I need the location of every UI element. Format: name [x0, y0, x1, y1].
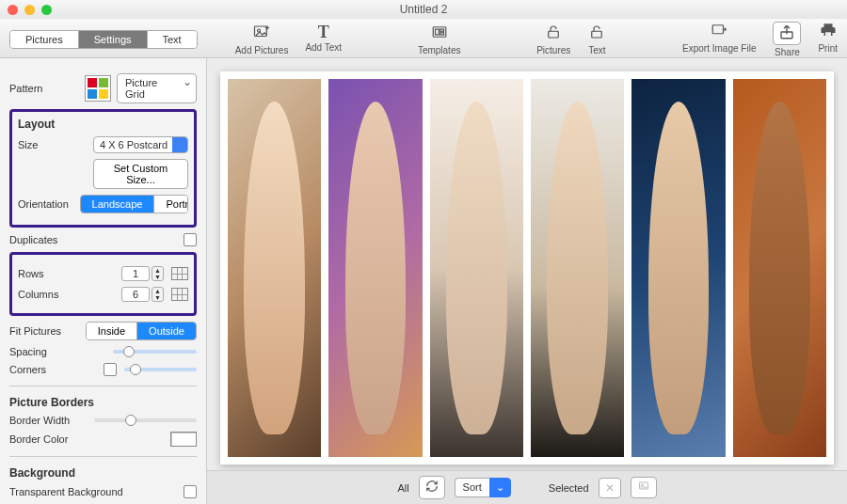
border-width-row: Border Width: [9, 415, 197, 426]
close-icon[interactable]: [8, 5, 18, 15]
picture-cell[interactable]: [531, 79, 624, 457]
canvas-area[interactable]: [207, 58, 847, 470]
orientation-segment: Landscape Portrait: [80, 195, 188, 213]
mode-tabs: Pictures Settings Text: [9, 30, 198, 49]
orientation-label: Orientation: [18, 198, 80, 210]
add-pictures-button[interactable]: Add Pictures: [235, 24, 289, 55]
tab-text[interactable]: Text: [148, 31, 197, 48]
toolbar: Pictures Settings Text Add Pictures T Ad…: [0, 19, 847, 58]
settings-sidebar: Pattern Picture Grid Layout Size 4 X 6 P…: [0, 58, 207, 504]
toolbar-label: Add Text: [305, 42, 342, 53]
minimize-icon[interactable]: [24, 5, 35, 15]
svg-rect-8: [713, 24, 724, 33]
size-select[interactable]: 4 X 6 Postcard: [93, 136, 188, 153]
sort-label: Sort: [455, 478, 489, 497]
refresh-button[interactable]: [419, 476, 445, 499]
pattern-label: Pattern: [9, 83, 85, 94]
image-icon: [637, 480, 650, 492]
fit-outside-button[interactable]: Outside: [137, 323, 196, 339]
orientation-portrait-button[interactable]: Portrait: [154, 196, 188, 213]
canvas: All Sort ⌄ Selected ✕: [207, 58, 847, 504]
picture-cell[interactable]: [430, 79, 523, 457]
columns-grid-icon[interactable]: [171, 288, 188, 301]
fit-inows-stepper[interactable]: Inside: [87, 323, 137, 339]
svg-rect-7: [592, 31, 602, 38]
svg-rect-10: [825, 32, 831, 36]
printer-icon: [819, 22, 838, 41]
lock-pictures-button[interactable]: Pictures: [536, 24, 570, 55]
toolbar-label: Export Image File: [682, 43, 756, 54]
rows-grid-icon[interactable]: [171, 267, 188, 280]
duplicates-row: Duplicates: [9, 233, 197, 246]
toolbar-label: Print: [818, 43, 838, 54]
toolbar-label: Pictures: [536, 45, 570, 55]
share-button[interactable]: Share: [773, 22, 801, 57]
toolbar-label: Add Pictures: [235, 45, 289, 55]
chevron-down-icon: ⌄: [489, 478, 511, 497]
sort-button[interactable]: Sort ⌄: [455, 478, 511, 497]
size-label: Size: [18, 139, 93, 150]
chevron-up-icon: ▲: [152, 288, 163, 294]
pattern-swatch-icon: [85, 75, 111, 102]
toolbar-right-group: Export Image File Share Print: [682, 22, 838, 57]
transparent-bg-checkbox[interactable]: [184, 485, 197, 498]
toolbar-label: Share: [775, 47, 800, 57]
toolbar-label: Templates: [418, 45, 461, 55]
pattern-row: Pattern Picture Grid: [9, 73, 197, 103]
orientation-landscape-button[interactable]: Landscape: [81, 196, 155, 213]
toolbar-label: Text: [588, 45, 605, 55]
layout-heading: Layout: [18, 118, 188, 131]
border-width-slider[interactable]: [94, 418, 197, 422]
lock-text-button[interactable]: Text: [587, 24, 606, 55]
all-label: All: [397, 482, 408, 494]
export-button[interactable]: Export Image File: [682, 22, 756, 54]
delete-selected-button[interactable]: ✕: [599, 478, 621, 498]
picture-cell[interactable]: [631, 79, 725, 457]
share-icon: [773, 22, 801, 45]
titlebar: Untitled 2: [0, 0, 847, 19]
spacing-label: Spacing: [9, 346, 85, 357]
picture-cell[interactable]: [328, 79, 422, 457]
rows-stepper[interactable]: ▲▼: [152, 266, 164, 281]
divider: [9, 456, 197, 457]
rows-label: Rows: [18, 268, 93, 279]
border-color-label: Border Color: [9, 433, 85, 445]
toolbar-lock-group: Pictures Text: [536, 24, 606, 55]
reveal-selected-button[interactable]: [631, 477, 657, 498]
picture-cell[interactable]: [733, 79, 826, 457]
corners-slider[interactable]: [124, 368, 197, 371]
x-icon: ✕: [605, 481, 615, 495]
columns-stepper[interactable]: ▲▼: [152, 287, 164, 302]
border-color-well[interactable]: [170, 432, 197, 447]
print-button[interactable]: Print: [818, 22, 838, 54]
templates-button[interactable]: Templates: [418, 24, 461, 55]
tab-pictures[interactable]: Pictures: [10, 31, 79, 48]
picture-cell[interactable]: [228, 79, 321, 457]
app-window: Untitled 2 Pictures Settings Text Add Pi…: [0, 0, 847, 504]
layout-section: Layout Size 4 X 6 Postcard Set Custom Si…: [9, 109, 197, 228]
svg-rect-4: [439, 29, 443, 31]
corners-checkbox[interactable]: [104, 363, 117, 376]
tab-settings[interactable]: Settings: [79, 31, 148, 48]
spacing-slider[interactable]: [113, 350, 197, 354]
size-value: 4 X 6 Postcard: [100, 139, 168, 150]
unlock-icon: [587, 24, 606, 43]
pattern-select[interactable]: Picture Grid: [117, 73, 197, 103]
duplicates-label: Duplicates: [9, 234, 85, 245]
borders-heading: Picture Borders: [9, 396, 197, 409]
zoom-icon[interactable]: [41, 5, 52, 15]
custom-size-button[interactable]: Set Custom Size...: [93, 159, 188, 189]
fit-label: Fit Pictures: [9, 325, 85, 337]
columns-input[interactable]: 6: [121, 287, 150, 302]
fit-row: Fit Pictures Inside Outside: [9, 322, 197, 340]
bottom-bar: All Sort ⌄ Selected ✕: [207, 470, 847, 504]
export-icon: [710, 22, 728, 41]
transparent-bg-row: Transparent Background: [9, 485, 197, 498]
columns-label: Columns: [18, 289, 93, 300]
rows-input[interactable]: 1: [121, 266, 150, 281]
duplicates-checkbox[interactable]: [184, 233, 197, 246]
border-color-row: Border Color: [9, 432, 197, 447]
chevron-up-icon: ▲: [152, 267, 163, 274]
chevron-down-icon: ▼: [152, 274, 163, 280]
add-text-button[interactable]: T Add Text: [305, 24, 342, 53]
